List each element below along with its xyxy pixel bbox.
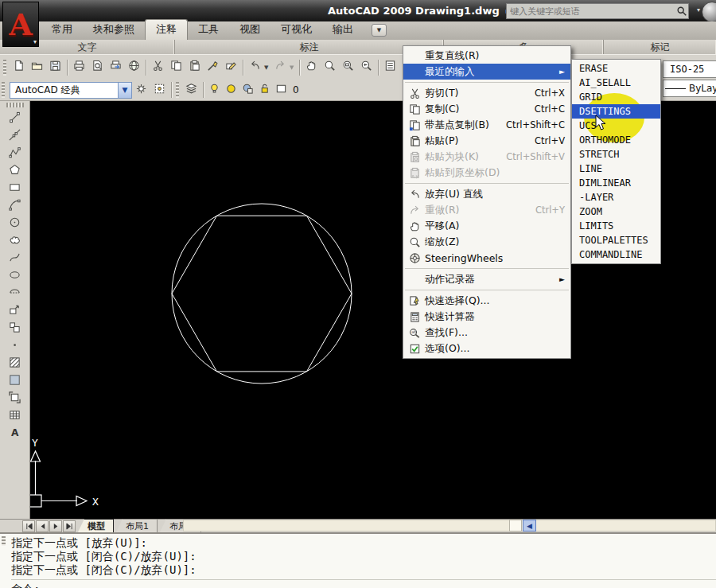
- recent-command-limits[interactable]: LIMITS: [572, 219, 660, 233]
- color-swatch-toggle[interactable]: [273, 82, 290, 99]
- pan-button[interactable]: [302, 58, 321, 76]
- circle-tool-button[interactable]: [5, 215, 25, 232]
- last-tab-button[interactable]: [63, 520, 76, 532]
- open-button[interactable]: [28, 58, 46, 76]
- ribbon-tab-7[interactable]: 输出: [322, 20, 364, 40]
- recent-command-commandline[interactable]: COMMANDLINE: [572, 247, 660, 262]
- menu-item-steering-wheels[interactable]: SteeringWheels: [403, 250, 570, 266]
- dimension-style-combo[interactable]: ISO-25: [663, 60, 716, 78]
- recent-command-dsettings[interactable]: DSETTINGS: [572, 104, 660, 119]
- print-preview-button[interactable]: [88, 58, 107, 76]
- plot-button[interactable]: [107, 58, 125, 76]
- recent-command--layer[interactable]: -LAYER: [572, 190, 660, 204]
- menu-item-quick-calc[interactable]: 快速计算器: [403, 309, 570, 325]
- menu-item-find[interactable]: ab查找(F)...: [403, 325, 570, 341]
- table-tool-button[interactable]: [5, 407, 25, 425]
- command-window-grip[interactable]: [2, 536, 6, 546]
- redo-button[interactable]: [271, 58, 290, 76]
- first-tab-button[interactable]: [22, 520, 35, 532]
- polyline-tool-button[interactable]: [5, 145, 25, 162]
- redo-dropdown-icon[interactable]: ▼: [290, 64, 297, 71]
- layer-properties-button[interactable]: [182, 81, 200, 99]
- menu-item-pan[interactable]: 平移(A): [403, 218, 570, 234]
- menu-item-options[interactable]: 选项(O)...: [403, 341, 570, 356]
- previous-tab-button[interactable]: [36, 520, 49, 532]
- chevron-down-icon[interactable]: ▼: [118, 83, 131, 98]
- menu-item-recent-input[interactable]: 最近的输入►: [403, 64, 570, 80]
- ellipse-tool-button[interactable]: [5, 267, 25, 285]
- toolbar-grip[interactable]: [2, 82, 5, 98]
- menu-item-copy-with-base-point[interactable]: 带基点复制(B)Ctrl+Shift+C: [403, 117, 570, 133]
- search-icon[interactable]: [675, 6, 688, 17]
- ribbon-tab-3[interactable]: 注释: [145, 19, 188, 40]
- publish-button[interactable]: [125, 58, 143, 76]
- search-input[interactable]: [507, 6, 675, 17]
- command-window[interactable]: 指定下一点或 [放弃(U)]:指定下一点或 [闭合(C)/放弃(U)]:指定下一…: [0, 532, 716, 588]
- linetype-combo[interactable]: ByLayer: [663, 80, 716, 97]
- recent-command-stretch[interactable]: STRETCH: [572, 147, 660, 162]
- layer-shade-toggle[interactable]: [239, 82, 256, 99]
- recent-command-dimlinear[interactable]: DIMLINEAR: [572, 176, 660, 190]
- menu-item-copy[interactable]: 复制(C)Ctrl+C: [403, 101, 570, 117]
- recent-command-orthomode[interactable]: ORTHOMODE: [572, 133, 660, 147]
- menu-item-quick-select[interactable]: 快速选择(Q)...: [403, 293, 570, 309]
- freeze-sun-toggle[interactable]: [223, 82, 239, 99]
- workspace-select[interactable]: AutoCAD 经典▼: [10, 82, 132, 99]
- bulb-on-toggle[interactable]: [206, 82, 223, 99]
- line-tool-button[interactable]: [5, 110, 25, 127]
- menu-item-repeat-line[interactable]: 重复直线(R): [403, 48, 570, 64]
- zoom-window-button[interactable]: [339, 58, 357, 76]
- next-tab-button[interactable]: [49, 520, 62, 532]
- revision-cloud-tool-button[interactable]: [5, 232, 25, 250]
- block-editor-button[interactable]: [222, 58, 240, 76]
- menu-item-paste-as-block[interactable]: 粘贴为块(K)Ctrl+Shift+V: [403, 149, 570, 165]
- point-tool-button[interactable]: [5, 337, 25, 355]
- lock-unlock-toggle[interactable]: [256, 82, 273, 99]
- menu-item-paste[interactable]: 粘贴(P)Ctrl+V: [403, 133, 570, 149]
- ribbon-tab-1[interactable]: 常用: [41, 20, 83, 40]
- region-tool-button[interactable]: [5, 390, 25, 407]
- print-button[interactable]: [70, 58, 88, 76]
- toolbar-grip[interactable]: [6, 103, 24, 107]
- ribbon-tab-5[interactable]: 视图: [229, 20, 270, 40]
- recent-command-zoom[interactable]: ZOOM: [572, 204, 660, 219]
- recent-command-erase[interactable]: ERASE: [572, 61, 660, 76]
- recent-command-ai_selall[interactable]: AI_SELALL: [572, 76, 660, 90]
- horizontal-scrollbar-thumb[interactable]: [509, 520, 522, 532]
- spline-tool-button[interactable]: [5, 250, 25, 267]
- match-properties-button[interactable]: [204, 58, 222, 76]
- ellipse-arc-tool-button[interactable]: [5, 285, 25, 302]
- zoom-realtime-button[interactable]: [321, 58, 339, 76]
- menu-item-redo[interactable]: 重做(R)Ctrl+Y: [403, 202, 570, 218]
- hatch-tool-button[interactable]: [5, 355, 25, 372]
- gradient-tool-button[interactable]: [5, 372, 25, 390]
- toolbar-grip[interactable]: [176, 82, 179, 98]
- recent-command-grid[interactable]: GRID: [572, 90, 660, 104]
- copy-button[interactable]: [167, 58, 185, 76]
- menu-item-zoom[interactable]: 缩放(Z): [403, 234, 570, 250]
- recent-command-ucs[interactable]: UCS: [572, 119, 660, 133]
- zoom-previous-button[interactable]: [357, 58, 376, 76]
- infocenter-search[interactable]: [506, 3, 689, 19]
- menu-browser-button[interactable]: A ▾: [2, 2, 39, 47]
- menu-item-cut[interactable]: 剪切(T)Ctrl+X: [403, 85, 570, 101]
- menu-item-action-recorder[interactable]: 动作记录器►: [403, 271, 570, 287]
- undo-button[interactable]: [246, 58, 264, 76]
- undo-dropdown-icon[interactable]: ▼: [264, 64, 271, 71]
- paste-button[interactable]: [185, 58, 204, 76]
- save-button[interactable]: [46, 58, 64, 76]
- construction-line-tool-button[interactable]: [5, 127, 25, 145]
- qnew-button[interactable]: [10, 58, 28, 76]
- menu-item-paste-to-original-coords[interactable]: x,y粘贴到原坐标(D): [403, 165, 570, 181]
- command-prompt[interactable]: 命令:: [11, 579, 716, 588]
- polygon-tool-button[interactable]: [5, 162, 25, 180]
- recent-command-line[interactable]: LINE: [572, 162, 660, 176]
- ribbon-tab-4[interactable]: 工具: [188, 20, 229, 40]
- recent-command-toolpalettes[interactable]: TOOLPALETTES: [572, 233, 660, 247]
- multiline-text-tool-button[interactable]: A: [5, 425, 25, 442]
- ribbon-tab-6[interactable]: 可视化: [270, 20, 322, 40]
- ribbon-more-tabs-button[interactable]: ▼: [372, 24, 387, 37]
- horizontal-scrollbar-track[interactable]: [183, 520, 716, 532]
- properties-button[interactable]: [381, 58, 399, 76]
- circle-entity[interactable]: [172, 204, 352, 384]
